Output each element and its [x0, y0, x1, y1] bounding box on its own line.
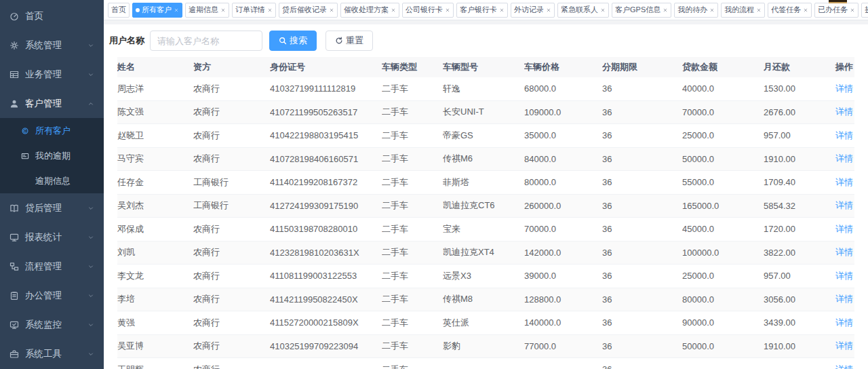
cell-term: 36	[602, 107, 682, 117]
cell-vehicle_model: 传祺M8	[443, 293, 524, 305]
detail-link[interactable]: 详情	[835, 317, 853, 328]
detail-link[interactable]: 详情	[835, 177, 853, 187]
tab-close-icon[interactable]	[546, 7, 551, 13]
tab-催收处理方案[interactable]: 催收处理方案	[340, 3, 399, 18]
sidebar-subitem-我的逾期[interactable]: 我的逾期	[0, 143, 104, 168]
tab-我的流程[interactable]: 我的流程	[721, 3, 765, 18]
cell-vehicle_price: 109000.0	[524, 107, 602, 117]
table-row: 马守宾农商行410728198406160571二手车传祺M684000.036…	[117, 148, 854, 172]
sidebar-item-label: 报表统计	[25, 231, 62, 244]
sidebar-item-系统监控[interactable]: 系统监控	[0, 310, 104, 339]
cell-name: 马守宾	[117, 153, 193, 165]
cell-funder: 农商行	[193, 223, 270, 235]
cell-actions: 详情	[835, 223, 854, 235]
cell-actions: 详情	[835, 246, 854, 258]
cell-name: 吴亚博	[117, 340, 193, 352]
detail-link[interactable]: 详情	[835, 247, 853, 257]
sidebar-item-业务管理[interactable]: 业务管理	[0, 60, 104, 89]
sidebar-item-贷后管理[interactable]: 贷后管理	[0, 193, 104, 222]
tab-所有客户[interactable]: 所有客户	[132, 3, 182, 18]
tab-close-icon[interactable]	[499, 7, 505, 13]
tab-label: 外访记录	[514, 5, 544, 15]
tab-close-icon[interactable]	[445, 7, 450, 13]
table-row: 赵晓卫农商行410422198803195415二手车帝豪GS35000.036…	[117, 124, 854, 148]
sidebar-subitem-所有客户[interactable]: 所有客户	[0, 118, 104, 143]
tab-close-icon[interactable]	[709, 7, 715, 13]
detail-link[interactable]: 详情	[835, 83, 853, 94]
cell-id_number: 410721199505263517	[270, 107, 382, 117]
cell-name: 赵晓卫	[117, 130, 193, 142]
cell-vehicle_model: 长安UNI-T	[443, 106, 524, 118]
tab-close-icon[interactable]	[850, 7, 855, 13]
cell-vehicle_type: 二手车	[382, 364, 443, 369]
close-icon	[663, 7, 668, 13]
cell-funder: 农商行	[193, 293, 270, 305]
close-icon	[267, 7, 273, 13]
tab-close-icon[interactable]	[267, 7, 273, 13]
tab-close-icon[interactable]	[756, 7, 762, 13]
tab-客户银行卡[interactable]: 客户银行卡	[456, 3, 508, 18]
cell-vehicle_price: 70000.0	[524, 224, 602, 234]
sidebar-menu: 首页系统管理业务管理客户管理所有客户我的逾期逾期信息贷后管理报表统计流程管理办公…	[0, 1, 104, 368]
monitor-icon	[9, 320, 19, 330]
table-row: 吴刘杰工商银行412724199309175190二手车凯迪拉克CT626000…	[117, 195, 854, 218]
cell-loan_amount: 25000.0	[682, 271, 764, 281]
cell-id_number: 412724199309175190	[270, 201, 382, 211]
customer-name-input[interactable]	[150, 31, 262, 51]
tab-抄送任务[interactable]: 抄送任务	[861, 3, 868, 18]
tab-close-icon[interactable]	[663, 7, 668, 13]
sidebar-subitem-逾期信息[interactable]: 逾期信息	[0, 168, 104, 193]
tab-close-icon[interactable]	[329, 7, 334, 13]
tab-close-icon[interactable]	[391, 7, 396, 13]
cell-funder: 工商银行	[193, 176, 270, 189]
tab-逾期信息[interactable]: 逾期信息	[185, 3, 229, 18]
tab-贷后催收记录[interactable]: 贷后催收记录	[279, 3, 338, 18]
table-row: 任存金工商银行411402199208167372二手车菲斯塔80000.036…	[117, 171, 854, 195]
tab-客户GPS信息[interactable]: 客户GPS信息	[612, 3, 671, 18]
chevron-down-icon	[87, 322, 94, 328]
tab-外访记录[interactable]: 外访记录	[511, 3, 555, 18]
search-button[interactable]: 搜索	[269, 31, 317, 51]
sidebar-item-label: 系统管理	[25, 39, 62, 52]
detail-link[interactable]: 详情	[835, 153, 853, 163]
cell-term: 36	[602, 154, 682, 164]
chevron-down-icon	[87, 71, 94, 78]
detail-link[interactable]: 详情	[835, 271, 853, 281]
column-header-车辆价格: 车辆价格	[524, 61, 602, 73]
cell-funder: 农商行	[193, 153, 270, 165]
sidebar-item-系统管理[interactable]: 系统管理	[0, 31, 104, 60]
detail-link[interactable]: 详情	[835, 106, 853, 117]
tab-紧急联系人[interactable]: 紧急联系人	[557, 3, 609, 18]
tab-close-icon[interactable]	[803, 7, 808, 13]
sidebar-item-报表统计[interactable]: 报表统计	[0, 222, 104, 252]
reset-button[interactable]: 重置	[326, 31, 373, 51]
tab-label: 抄送任务	[865, 5, 868, 15]
refresh-icon	[335, 37, 343, 45]
detail-link[interactable]: 详情	[835, 224, 853, 234]
sidebar-item-客户管理[interactable]: 客户管理	[0, 89, 104, 118]
cell-funder: 农商行	[193, 130, 270, 142]
detail-link[interactable]: 详情	[835, 130, 853, 140]
cell-funder: 农商行	[193, 246, 270, 258]
tab-首页[interactable]: 首页	[108, 3, 130, 18]
detail-link[interactable]: 详情	[835, 341, 853, 351]
detail-link[interactable]: 详情	[835, 200, 853, 210]
cell-vehicle_model: 英仕派	[443, 317, 524, 329]
tab-我的待办[interactable]: 我的待办	[674, 3, 718, 18]
tab-公司银行卡[interactable]: 公司银行卡	[402, 3, 454, 18]
tab-代签任务[interactable]: 代签任务	[768, 3, 812, 18]
sidebar-item-流程管理[interactable]: 流程管理	[0, 252, 104, 281]
detail-link[interactable]: 详情	[835, 294, 853, 304]
tab-close-icon[interactable]	[220, 7, 226, 13]
detail-link[interactable]: 详情	[835, 364, 853, 369]
sidebar-item-办公管理[interactable]: 办公管理	[0, 281, 104, 310]
sidebar-item-首页[interactable]: 首页	[0, 1, 104, 31]
tab-已办任务[interactable]: 已办任务	[814, 3, 859, 18]
tab-close-icon[interactable]	[174, 7, 179, 13]
tab-label: 首页	[111, 5, 126, 15]
cell-vehicle_type: 二手车	[382, 340, 443, 352]
tab-订单详情[interactable]: 订单详情	[232, 3, 276, 18]
sidebar-item-系统工具[interactable]: 系统工具	[0, 339, 104, 368]
cell-id_number: 410422198803195415	[270, 130, 382, 140]
tab-close-icon[interactable]	[600, 7, 606, 13]
